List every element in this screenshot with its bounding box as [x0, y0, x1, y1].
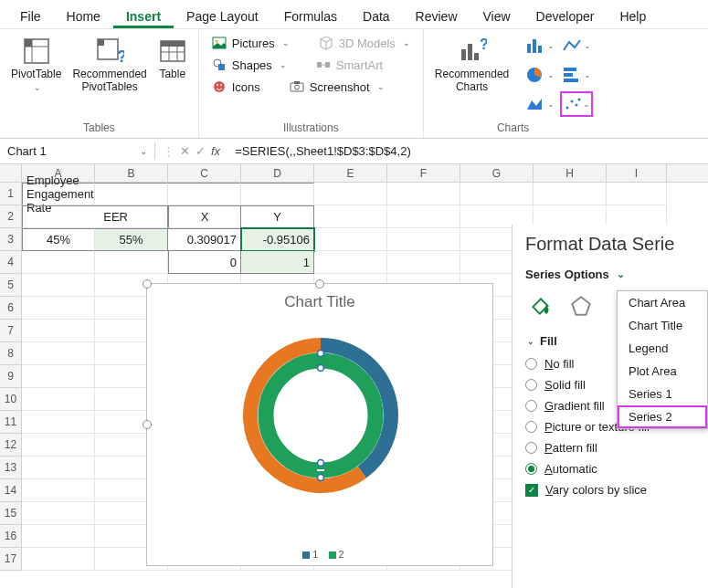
menu-insert[interactable]: Insert — [113, 4, 174, 28]
cell-A7[interactable] — [22, 320, 95, 342]
col-header-f[interactable]: F — [387, 164, 460, 182]
smartart-button[interactable]: SmartArt — [312, 55, 386, 75]
cell-A4[interactable] — [22, 251, 95, 274]
line-chart-button[interactable]: ⌄ — [560, 33, 593, 58]
menu-plot-area[interactable]: Plot Area — [618, 360, 707, 383]
cell-B4[interactable] — [95, 251, 168, 274]
cell-I1[interactable] — [607, 183, 667, 205]
cell-C3[interactable]: 0.309017 — [168, 228, 241, 251]
menu-file[interactable]: File — [7, 4, 54, 28]
cell-A5[interactable] — [22, 274, 95, 297]
cell-E1[interactable] — [314, 183, 387, 205]
row-header[interactable]: 11 — [0, 411, 22, 434]
cell-A15[interactable] — [22, 502, 95, 525]
series-options-dropdown[interactable]: Series Options⌄ — [525, 268, 708, 281]
cell-A14[interactable] — [22, 479, 95, 502]
screenshot-button[interactable]: Screenshot⌄ — [286, 77, 388, 97]
select-all-corner[interactable] — [0, 164, 22, 182]
col-header-d[interactable]: D — [241, 164, 314, 182]
row-header[interactable]: 3 — [0, 228, 22, 251]
cell-A9[interactable] — [22, 365, 95, 388]
cell-F4[interactable] — [387, 251, 460, 274]
cell-B1[interactable] — [95, 183, 168, 205]
cell-A12[interactable] — [22, 434, 95, 457]
pictures-button[interactable]: Pictures⌄ — [208, 33, 293, 53]
menu-chart-area[interactable]: Chart Area — [618, 291, 707, 314]
row-header[interactable]: 2 — [0, 205, 22, 228]
table-button[interactable]: Table — [156, 33, 189, 98]
cell-E2[interactable] — [314, 205, 387, 228]
col-header-i[interactable]: I — [607, 164, 667, 182]
row-header[interactable]: 7 — [0, 320, 22, 342]
cell-H1[interactable] — [534, 183, 607, 205]
cell-D2[interactable]: Y — [241, 205, 314, 228]
row-header[interactable]: 17 — [0, 548, 22, 571]
fill-option-4[interactable]: Pattern fill — [525, 437, 708, 458]
pivottable-button[interactable]: PivotTable⌄ — [9, 33, 63, 98]
area-chart-button[interactable]: ⌄ — [523, 91, 556, 117]
col-header-g[interactable]: G — [460, 164, 534, 182]
cell-A17[interactable] — [22, 548, 95, 571]
cell-A11[interactable] — [22, 411, 95, 434]
menu-chart-title[interactable]: Chart Title — [618, 314, 707, 337]
menu-review[interactable]: Review — [403, 4, 470, 28]
scatter-chart-button[interactable]: ⌄ — [560, 91, 593, 117]
row-header[interactable]: 14 — [0, 479, 22, 502]
shapes-button[interactable]: Shapes⌄ — [208, 55, 291, 75]
menu-view[interactable]: View — [470, 4, 523, 28]
3dmodels-button[interactable]: 3D Models⌄ — [315, 33, 414, 53]
menu-legend[interactable]: Legend — [618, 337, 707, 360]
row-header[interactable]: 16 — [0, 525, 22, 548]
cell-A6[interactable] — [22, 297, 95, 320]
resize-handle[interactable] — [143, 420, 152, 429]
formula-input[interactable]: =SERIES(,,Sheet1!$D$3:$D$4,2) — [227, 142, 708, 160]
cell-C4[interactable]: 0 — [168, 251, 241, 274]
fill-option-5[interactable]: Automatic — [525, 458, 708, 479]
recommended-charts-button[interactable]: ? Recommended Charts — [433, 33, 511, 117]
row-header[interactable]: 9 — [0, 365, 22, 388]
bar-chart-button[interactable]: ⌄ — [560, 62, 593, 88]
cell-F1[interactable] — [387, 183, 460, 205]
effects-tab[interactable] — [565, 290, 597, 321]
cell-C1[interactable] — [168, 183, 241, 205]
cell-E3[interactable] — [314, 228, 387, 251]
cell-A16[interactable] — [22, 525, 95, 548]
cell-D1[interactable] — [241, 183, 314, 205]
menu-home[interactable]: Home — [54, 4, 113, 28]
doughnut-chart[interactable] — [147, 315, 494, 534]
menu-help[interactable]: Help — [607, 4, 659, 28]
cell-E4[interactable] — [314, 251, 387, 274]
row-header[interactable]: 1 — [0, 183, 22, 205]
chart-legend[interactable]: 1 2 — [147, 549, 492, 560]
menu-series-1[interactable]: Series 1 — [618, 383, 707, 405]
cell-G1[interactable] — [460, 183, 534, 205]
resize-handle[interactable] — [143, 279, 152, 289]
row-header[interactable]: 10 — [0, 388, 22, 411]
chart-object[interactable]: Chart Title 1 2 — [146, 283, 493, 566]
row-header[interactable]: 8 — [0, 342, 22, 365]
row-header[interactable]: 4 — [0, 251, 22, 274]
col-header-c[interactable]: C — [168, 164, 241, 182]
row-header[interactable]: 13 — [0, 457, 22, 479]
enter-icon[interactable]: ✓ — [195, 144, 206, 158]
cell-A8[interactable] — [22, 342, 95, 365]
cell-A2[interactable]: EER — [22, 205, 95, 228]
icons-button[interactable]: Icons — [208, 77, 264, 97]
recommended-pivottables-button[interactable]: ? Recommended PivotTables — [70, 33, 148, 98]
menu-developer[interactable]: Developer — [523, 4, 608, 28]
cell-A1[interactable]: Employee Engagement Rate — [22, 183, 95, 205]
row-header[interactable]: 15 — [0, 502, 22, 525]
column-chart-button[interactable]: ⌄ — [523, 33, 556, 58]
chevron-down-icon[interactable]: ⌄ — [140, 146, 147, 156]
cancel-icon[interactable]: ✕ — [180, 144, 190, 158]
cell-A13[interactable] — [22, 457, 95, 479]
row-header[interactable]: 6 — [0, 297, 22, 320]
cell-C2[interactable]: X — [168, 205, 241, 228]
cell-D3[interactable]: -0.95106 — [241, 228, 314, 251]
cell-A3[interactable]: 45% — [22, 228, 95, 251]
col-header-b[interactable]: B — [95, 164, 168, 182]
menu-pagelayout[interactable]: Page Layout — [174, 4, 271, 28]
menu-series-2[interactable]: Series 2 — [618, 405, 707, 428]
cell-B3[interactable]: 55% — [95, 228, 168, 251]
name-box[interactable]: Chart 1⌄ — [0, 142, 155, 160]
